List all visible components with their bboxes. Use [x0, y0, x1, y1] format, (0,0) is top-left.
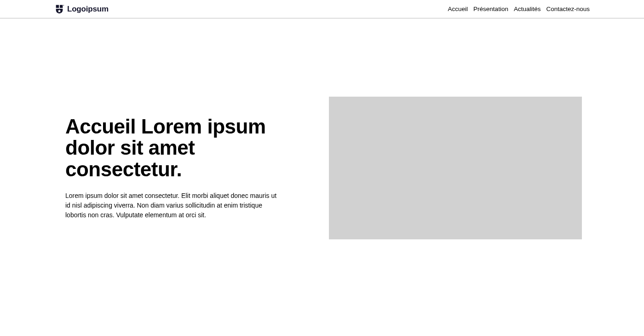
nav-link-actualites[interactable]: Actualités: [514, 6, 541, 12]
hero-text-block: Accueil Lorem ipsum dolor sit amet conse…: [65, 116, 282, 220]
logo-shield-icon: [54, 4, 64, 14]
svg-point-0: [63, 5, 64, 6]
logo[interactable]: Logoipsum: [54, 4, 109, 14]
hero-body-text: Lorem ipsum dolor sit amet consectetur. …: [65, 191, 277, 220]
primary-nav: Accueil Présentation Actualités Contacte…: [448, 6, 590, 12]
hero-title: Accueil Lorem ipsum dolor sit amet conse…: [65, 116, 282, 180]
logo-text: Logoipsum: [67, 5, 109, 14]
nav-link-contactez-nous[interactable]: Contactez-nous: [546, 6, 590, 12]
nav-link-presentation[interactable]: Présentation: [473, 6, 508, 12]
nav-link-accueil[interactable]: Accueil: [448, 6, 468, 12]
hero-section: Accueil Lorem ipsum dolor sit amet conse…: [0, 18, 644, 239]
hero-image-placeholder: [329, 97, 582, 239]
site-header: Logoipsum Accueil Présentation Actualité…: [0, 0, 644, 18]
